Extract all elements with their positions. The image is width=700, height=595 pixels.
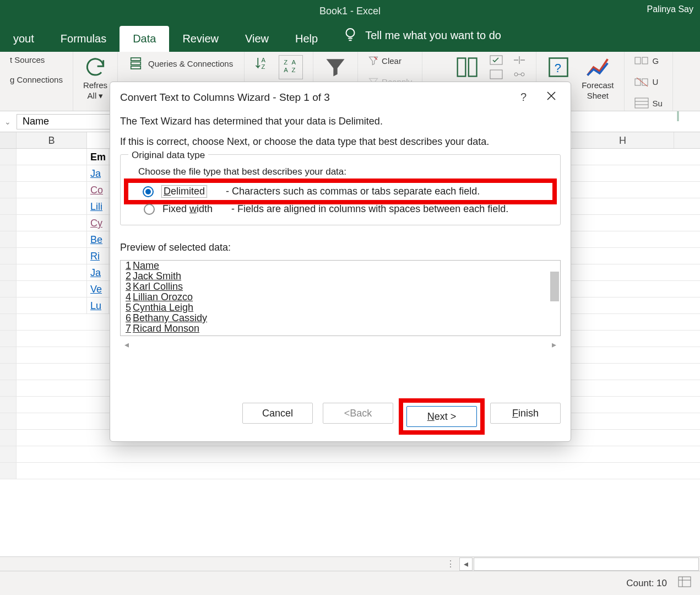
lightbulb-icon	[342, 26, 359, 45]
ribbon-tabs: yout Formulas Data Review View Help Tell…	[0, 22, 700, 52]
original-data-type-group: Original data type Choose the file type …	[120, 154, 561, 225]
table-header-em: Em	[87, 149, 109, 165]
svg-rect-24	[642, 57, 648, 64]
svg-text:A: A	[284, 67, 288, 73]
tab-review[interactable]: Review	[169, 26, 232, 52]
user-name: Palinya Say	[647, 4, 694, 14]
radio-fixed-label: Fixed width	[162, 203, 213, 215]
whatif-button[interactable]: ?	[546, 55, 571, 82]
filter-button[interactable]	[323, 55, 348, 82]
preview-box: 1Name 2Jack Smith 3Karl Collins 4Lillian…	[120, 260, 561, 336]
whatif-icon: ?	[546, 55, 571, 79]
refresh-all-button[interactable]: Refres All ▾	[83, 55, 107, 101]
relationships-icon[interactable]	[513, 69, 526, 82]
tab-data[interactable]: Data	[120, 26, 169, 52]
ungroup-button-frag[interactable]: U	[634, 77, 659, 88]
tell-me-label: Tell me what you want to do	[365, 29, 501, 42]
tab-help[interactable]: Help	[282, 26, 331, 52]
svg-rect-28	[679, 577, 691, 587]
svg-point-18	[514, 73, 518, 76]
svg-rect-23	[635, 57, 641, 64]
tab-view[interactable]: View	[232, 26, 282, 52]
select-all-corner[interactable]	[0, 132, 17, 148]
column-header-b[interactable]: B	[17, 132, 87, 148]
preview-scrollbar[interactable]	[550, 272, 559, 301]
list-item[interactable]: Ja	[87, 264, 109, 280]
finish-button[interactable]: Finish	[490, 403, 561, 424]
list-item[interactable]: Lu	[87, 298, 109, 313]
close-icon[interactable]	[542, 89, 561, 106]
svg-text:?: ?	[555, 61, 561, 75]
radio-delimited[interactable]: Delimited - Characters such as commas or…	[127, 183, 554, 200]
svg-point-19	[521, 73, 524, 76]
radio-icon	[144, 204, 155, 215]
svg-rect-14	[469, 58, 477, 77]
horizontal-scroll[interactable]: ⋮ ◂	[0, 556, 700, 571]
next-button[interactable]: Next >	[406, 406, 477, 427]
svg-rect-13	[458, 58, 466, 77]
view-normal-icon[interactable]	[678, 576, 691, 590]
cancel-button[interactable]: Cancel	[242, 403, 313, 424]
scroll-left-icon[interactable]: ◂	[459, 558, 473, 571]
remove-duplicates-icon[interactable]	[490, 69, 503, 82]
status-count: Count: 10	[626, 578, 667, 589]
subtotal-icon	[634, 98, 650, 109]
sort-za-icon: ZAAZ	[281, 57, 300, 75]
dialog-help-button[interactable]: ?	[515, 89, 532, 106]
ungroup-icon	[634, 77, 650, 88]
list-item[interactable]: Co	[87, 182, 109, 198]
radio-delimited-desc: - Characters such as commas or tabs sepa…	[226, 186, 480, 197]
flash-fill-icon[interactable]	[490, 55, 503, 67]
radio-delimited-label: Delimited	[161, 185, 207, 198]
list-item[interactable]: Lili	[87, 198, 109, 214]
list-item[interactable]: Cy	[87, 215, 109, 231]
dialog-text-2: If this is correct, choose Next, or choo…	[120, 136, 561, 148]
queries-icon	[129, 55, 145, 72]
clear-icon	[368, 55, 379, 66]
svg-rect-4	[131, 58, 141, 61]
consolidate-icon[interactable]	[513, 55, 526, 67]
svg-point-3	[346, 29, 355, 37]
svg-rect-6	[131, 66, 141, 69]
existing-connections-partial[interactable]: g Connections	[10, 75, 63, 84]
queries-connections[interactable]: Queries & Connections	[129, 55, 233, 72]
text-to-columns-dialog: Convert Text to Columns Wizard - Step 1 …	[110, 82, 571, 442]
status-bar: Count: 10	[0, 571, 700, 595]
preview-scroll-right-icon[interactable]: ▸	[552, 339, 556, 350]
dialog-text-1: The Text Wizard has determined that your…	[120, 116, 561, 127]
tell-me[interactable]: Tell me what you want to do	[331, 19, 512, 52]
column-header-h[interactable]: H	[572, 132, 674, 148]
forecast-sheet-button[interactable]: Forecast Sheet	[582, 55, 614, 100]
list-item[interactable]: Ve	[87, 281, 109, 297]
radio-fixed-desc: - Fields are aligned in columns with spa…	[231, 203, 508, 215]
app-title: Book1 - Excel	[319, 6, 381, 17]
back-button[interactable]: < Back	[323, 403, 393, 424]
subtotal-button-frag[interactable]: Su	[634, 98, 663, 109]
refresh-icon	[83, 55, 107, 79]
sort-az-button[interactable]: AZ	[254, 55, 271, 74]
list-item[interactable]: Ja	[87, 165, 109, 181]
tab-layout-partial[interactable]: yout	[0, 26, 47, 52]
namebox-dropdown-icon[interactable]: ⌄	[4, 117, 11, 126]
svg-text:A: A	[292, 59, 296, 66]
tab-formulas[interactable]: Formulas	[47, 26, 120, 52]
svg-text:A: A	[262, 57, 266, 63]
recent-sources-partial[interactable]: t Sources	[10, 55, 45, 64]
list-item[interactable]: Ri	[87, 248, 109, 264]
svg-rect-16	[490, 70, 502, 79]
group-button-frag[interactable]: G	[634, 55, 659, 66]
text-to-columns-icon[interactable]	[455, 55, 480, 82]
preview-label: Preview of selected data:	[120, 242, 561, 253]
radio-fixed-width[interactable]: Fixed width - Fields are aligned in colu…	[128, 201, 552, 217]
clear-button[interactable]: Clear	[368, 55, 401, 66]
group-legend: Original data type	[128, 150, 208, 160]
choose-label: Choose the file type that best describes…	[138, 166, 552, 177]
svg-text:Z: Z	[284, 59, 287, 66]
svg-rect-27	[635, 98, 648, 108]
list-item[interactable]: Be	[87, 231, 109, 247]
svg-rect-5	[131, 62, 141, 65]
forecast-icon	[585, 55, 610, 79]
chevron-down-icon: ▾	[99, 91, 103, 100]
sort-za-button[interactable]: ZAAZ	[279, 55, 303, 79]
preview-scroll-left-icon[interactable]: ◂	[124, 339, 129, 350]
